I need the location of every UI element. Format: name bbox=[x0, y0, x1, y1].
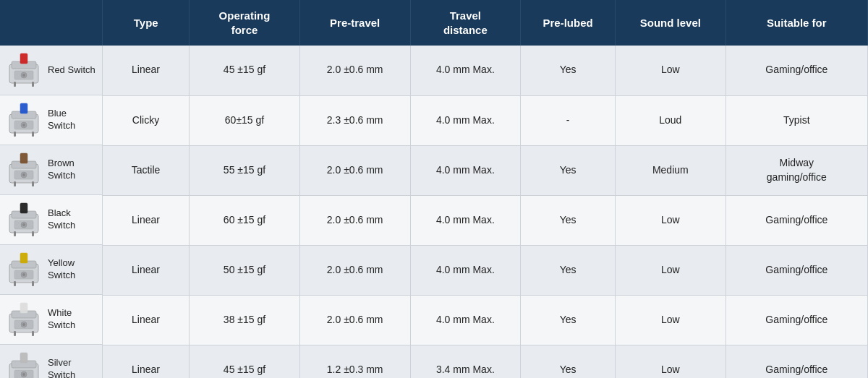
svg-point-21 bbox=[22, 173, 25, 176]
switch-image bbox=[6, 351, 43, 378]
pre-travel-cell: 2.0 ±0.6 mm bbox=[299, 195, 410, 245]
switch-name: Brown Switch bbox=[48, 158, 96, 182]
switch-image bbox=[6, 251, 43, 288]
switch-cell: Brown Switch bbox=[0, 145, 103, 195]
header-switch bbox=[0, 0, 103, 46]
svg-rect-7 bbox=[32, 82, 34, 87]
pre-travel-cell: 2.0 ±0.6 mm bbox=[299, 295, 410, 345]
switch-name: Yellow Switch bbox=[48, 257, 96, 282]
sound-level-cell: Low bbox=[616, 46, 726, 95]
pre-travel-cell: 1.2 ±0.3 mm bbox=[299, 345, 410, 378]
travel-distance-cell: 4.0 mm Max. bbox=[410, 95, 521, 145]
svg-point-13 bbox=[22, 124, 25, 126]
switch-name: Blue Switch bbox=[48, 108, 96, 132]
header-pre-travel: Pre-travel bbox=[299, 0, 410, 46]
pre-travel-cell: 2.0 ±0.6 mm bbox=[299, 145, 410, 195]
header-operating-force: Operatingforce bbox=[190, 0, 300, 46]
pre-lubed-cell: Yes bbox=[521, 145, 616, 195]
switch-comparison-table: Type Operatingforce Pre-travel Traveldis… bbox=[0, 0, 868, 378]
pre-travel-cell: 2.3 ±0.6 mm bbox=[299, 95, 410, 145]
pre-lubed-cell: Yes bbox=[521, 345, 616, 378]
svg-rect-26 bbox=[20, 203, 27, 213]
table-row: Yellow SwitchLinear50 ±15 gf2.0 ±0.6 mm4… bbox=[0, 245, 868, 295]
suitable-for-cell: Midwaygaming/office bbox=[726, 145, 867, 195]
suitable-for-cell: Gaming/office bbox=[726, 295, 867, 345]
switch-name: Silver Switch bbox=[48, 357, 96, 378]
svg-rect-38 bbox=[14, 281, 16, 286]
switch-name: Black Switch bbox=[48, 207, 96, 232]
operating-force-cell: 50 ±15 gf bbox=[190, 245, 300, 295]
svg-rect-50 bbox=[20, 353, 27, 363]
sound-level-cell: Loud bbox=[616, 95, 726, 145]
switch-cell: Yellow Switch bbox=[0, 245, 103, 295]
switch-cell: Red Switch bbox=[0, 46, 103, 95]
type-cell: Clicky bbox=[103, 95, 190, 145]
type-cell: Linear bbox=[103, 295, 190, 345]
switch-cell: White Switch bbox=[0, 295, 103, 345]
travel-distance-cell: 4.0 mm Max. bbox=[410, 145, 521, 195]
svg-rect-22 bbox=[14, 181, 16, 186]
operating-force-cell: 55 ±15 gf bbox=[190, 145, 300, 195]
suitable-for-cell: Gaming/office bbox=[726, 195, 867, 245]
pre-lubed-cell: Yes bbox=[521, 195, 616, 245]
pre-travel-cell: 2.0 ±0.6 mm bbox=[299, 46, 410, 95]
switch-name: White Switch bbox=[48, 307, 96, 332]
table-row: White SwitchLinear38 ±15 gf2.0 ±0.6 mm4.… bbox=[0, 295, 868, 345]
switch-cell: Silver Switch bbox=[0, 345, 103, 378]
svg-point-45 bbox=[22, 323, 25, 326]
table-header: Type Operatingforce Pre-travel Traveldis… bbox=[0, 0, 868, 46]
svg-rect-42 bbox=[20, 303, 27, 313]
switch-cell: Black Switch bbox=[0, 195, 103, 245]
svg-point-5 bbox=[22, 74, 25, 77]
svg-rect-23 bbox=[32, 181, 34, 186]
header-pre-lubed: Pre-lubed bbox=[521, 0, 616, 46]
switch-cell: Blue Switch bbox=[0, 95, 103, 145]
header-sound-level: Sound level bbox=[616, 0, 726, 46]
type-cell: Linear bbox=[103, 345, 190, 378]
table-row: Brown SwitchTactile55 ±15 gf2.0 ±0.6 mm4… bbox=[0, 145, 868, 195]
type-cell: Linear bbox=[103, 195, 190, 245]
svg-rect-30 bbox=[14, 231, 16, 236]
travel-distance-cell: 4.0 mm Max. bbox=[410, 245, 521, 295]
suitable-for-cell: Typist bbox=[726, 95, 867, 145]
sound-level-cell: Low bbox=[616, 345, 726, 378]
travel-distance-cell: 4.0 mm Max. bbox=[410, 46, 521, 95]
type-cell: Tactile bbox=[103, 145, 190, 195]
sound-level-cell: Low bbox=[616, 245, 726, 295]
svg-rect-2 bbox=[20, 53, 27, 64]
svg-rect-34 bbox=[20, 253, 27, 263]
travel-distance-cell: 3.4 mm Max. bbox=[410, 345, 521, 378]
travel-distance-cell: 4.0 mm Max. bbox=[410, 195, 521, 245]
switch-image bbox=[6, 151, 43, 189]
pre-lubed-cell: Yes bbox=[521, 46, 616, 95]
type-cell: Linear bbox=[103, 245, 190, 295]
operating-force-cell: 45 ±15 gf bbox=[190, 345, 300, 378]
svg-rect-18 bbox=[20, 153, 27, 163]
svg-rect-10 bbox=[20, 103, 27, 113]
sound-level-cell: Low bbox=[616, 195, 726, 245]
operating-force-cell: 60±15 gf bbox=[190, 95, 300, 145]
svg-rect-39 bbox=[32, 281, 34, 286]
sound-level-cell: Medium bbox=[616, 145, 726, 195]
pre-lubed-cell: Yes bbox=[521, 245, 616, 295]
suitable-for-cell: Gaming/office bbox=[726, 245, 867, 295]
svg-rect-47 bbox=[32, 331, 34, 336]
header-suitable-for: Suitable for bbox=[726, 0, 867, 46]
suitable-for-cell: Gaming/office bbox=[726, 345, 867, 378]
switch-image bbox=[6, 301, 43, 338]
operating-force-cell: 45 ±15 gf bbox=[190, 46, 300, 95]
svg-point-29 bbox=[22, 223, 25, 226]
switch-image bbox=[6, 101, 43, 139]
operating-force-cell: 60 ±15 gf bbox=[190, 195, 300, 245]
switch-image bbox=[6, 51, 43, 89]
sound-level-cell: Low bbox=[616, 295, 726, 345]
switch-name: Red Switch bbox=[48, 64, 95, 77]
pre-travel-cell: 2.0 ±0.6 mm bbox=[299, 245, 410, 295]
suitable-for-cell: Gaming/office bbox=[726, 46, 867, 95]
svg-rect-6 bbox=[14, 82, 16, 87]
table-row: Red SwitchLinear45 ±15 gf2.0 ±0.6 mm4.0 … bbox=[0, 46, 868, 95]
svg-rect-46 bbox=[14, 331, 16, 336]
travel-distance-cell: 4.0 mm Max. bbox=[410, 295, 521, 345]
svg-point-37 bbox=[22, 273, 25, 276]
header-type: Type bbox=[103, 0, 190, 46]
